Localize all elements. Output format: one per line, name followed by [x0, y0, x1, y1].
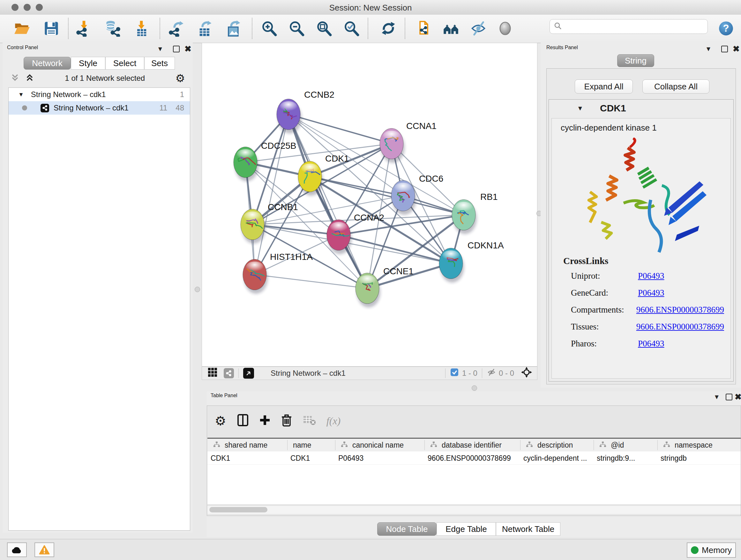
- crosslink-link[interactable]: 9606.ENSP00000378699: [636, 322, 724, 332]
- results-panel-close-icon[interactable]: ✖: [733, 45, 740, 53]
- column-divider[interactable]: [657, 440, 658, 450]
- column-header-3[interactable]: database identifier: [430, 439, 520, 451]
- protein-node-ccna1[interactable]: CCNA1: [380, 121, 436, 163]
- left-divider-handle[interactable]: [195, 287, 200, 292]
- protein-node-cdkn1a[interactable]: CDKN1A: [439, 240, 504, 283]
- column-divider[interactable]: [287, 440, 287, 450]
- table-cell[interactable]: stringdb:9...: [597, 454, 656, 462]
- help-icon[interactable]: ?: [718, 20, 735, 37]
- network-canvas[interactable]: CCNB2CCNA1CDC25BCDK1CDC6RB1CCNB1CCNA2CDK…: [202, 43, 537, 367]
- protein-node-ccne1[interactable]: CCNE1: [355, 266, 414, 307]
- open-session-icon[interactable]: [13, 20, 30, 37]
- import-network-icon[interactable]: [75, 20, 92, 37]
- tab-node-table[interactable]: Node Table: [377, 522, 436, 536]
- collection-expand-caret[interactable]: ▼: [18, 91, 24, 98]
- protein-node-cdc25b[interactable]: CDC25B: [233, 141, 296, 181]
- zoom-in-icon[interactable]: [260, 20, 278, 37]
- import-table-icon[interactable]: [133, 20, 150, 37]
- control-panel-close-icon[interactable]: ✖: [185, 45, 192, 53]
- column-divider[interactable]: [335, 440, 335, 450]
- tab-string[interactable]: String: [617, 54, 654, 67]
- network-row[interactable]: String Network – cdk1 11 48: [9, 101, 190, 115]
- tab-network-table[interactable]: Network Table: [496, 522, 560, 536]
- string-document-icon[interactable]: [415, 20, 432, 37]
- table-cell[interactable]: cyclin-dependent ...: [523, 454, 592, 462]
- network-options-gear-icon[interactable]: ⚙: [176, 72, 185, 84]
- delete-column-icon[interactable]: [281, 414, 292, 428]
- show-panels-eye-icon[interactable]: [496, 20, 514, 37]
- table-cell[interactable]: CDK1: [290, 454, 334, 462]
- results-panel-menu-caret[interactable]: ▼: [705, 45, 712, 53]
- table-horizontal-scrollbar[interactable]: [207, 505, 741, 514]
- save-session-icon[interactable]: [43, 20, 60, 37]
- column-header-5[interactable]: @id: [599, 439, 657, 451]
- tab-style[interactable]: Style: [71, 57, 105, 70]
- search-box[interactable]: [549, 19, 708, 34]
- export-table-icon[interactable]: [197, 20, 214, 37]
- zoom-fit-icon[interactable]: [315, 20, 333, 37]
- import-database-icon[interactable]: [104, 20, 121, 37]
- expand-all-networks-icon[interactable]: [25, 73, 35, 84]
- zoom-selected-icon[interactable]: [343, 20, 360, 37]
- fit-selected-crosshair-icon[interactable]: [521, 367, 532, 380]
- export-image-icon[interactable]: [225, 20, 243, 37]
- show-columns-icon[interactable]: [237, 414, 249, 428]
- birdseye-view-icon[interactable]: [243, 368, 254, 379]
- add-column-icon[interactable]: [259, 415, 270, 427]
- crosslink-link[interactable]: P06493: [638, 271, 664, 281]
- protein-node-rb1[interactable]: RB1: [452, 192, 497, 234]
- column-header-0[interactable]: shared name: [213, 439, 286, 451]
- column-divider[interactable]: [424, 440, 425, 450]
- table-panel-menu-caret[interactable]: ▼: [714, 393, 720, 401]
- bottom-divider-handle[interactable]: [472, 385, 477, 391]
- table-options-gear-icon[interactable]: ⚙: [215, 414, 226, 428]
- control-panel-menu-caret[interactable]: ▼: [157, 45, 163, 53]
- cloud-button[interactable]: [7, 543, 27, 557]
- delete-table-icon[interactable]: [303, 415, 316, 427]
- crosslink-link[interactable]: 9606.ENSP00000378699: [636, 305, 724, 315]
- edge-ccnb2-hist1h1a[interactable]: [255, 114, 288, 274]
- table-cell[interactable]: stringdb: [661, 454, 739, 462]
- refresh-icon[interactable]: [380, 20, 397, 37]
- warnings-button[interactable]: [35, 543, 54, 557]
- tab-edge-table[interactable]: Edge Table: [436, 522, 496, 536]
- protein-node-cdk1[interactable]: CDK1: [298, 153, 349, 196]
- home-networks-icon[interactable]: [442, 20, 460, 37]
- column-divider[interactable]: [594, 440, 594, 450]
- collapse-all-networks-icon[interactable]: [10, 73, 20, 84]
- edge-ccnb2-ccne1[interactable]: [288, 114, 367, 288]
- crosslink-link[interactable]: P06493: [638, 288, 664, 298]
- column-header-2[interactable]: canonical name: [341, 439, 424, 451]
- column-header-1[interactable]: name: [293, 439, 334, 451]
- zoom-out-icon[interactable]: [288, 20, 305, 37]
- search-input[interactable]: [562, 22, 697, 31]
- edge-ccne1-hist1h1a[interactable]: [255, 274, 367, 288]
- table-panel-float-icon[interactable]: [726, 394, 732, 400]
- table-cell[interactable]: P06493: [338, 454, 423, 462]
- network-share-icon[interactable]: [224, 368, 234, 378]
- network-graph[interactable]: CCNB2CCNA1CDC25BCDK1CDC6RB1CCNB1CCNA2CDK…: [202, 43, 537, 366]
- table-cell[interactable]: 9606.ENSP00000378699: [428, 454, 519, 462]
- results-panel-float-icon[interactable]: [721, 46, 728, 52]
- table-panel-close-icon[interactable]: ✖: [735, 393, 741, 401]
- hide-panels-eye-icon[interactable]: [470, 20, 487, 37]
- tab-select[interactable]: Select: [105, 57, 144, 70]
- collapse-all-button[interactable]: Collapse All: [643, 79, 710, 94]
- grid-view-icon[interactable]: [208, 368, 217, 379]
- hidden-eye-slash-icon[interactable]: [487, 368, 496, 379]
- gene-entry-caret[interactable]: ▼: [577, 105, 583, 112]
- crosslink-link[interactable]: P06493: [638, 339, 664, 349]
- column-divider[interactable]: [520, 440, 521, 450]
- network-collection-row[interactable]: ▼ String Network – cdk1 1: [9, 88, 190, 101]
- memory-button[interactable]: Memory: [687, 543, 736, 558]
- function-builder-icon[interactable]: f(x): [327, 415, 340, 427]
- scrollbar-thumb[interactable]: [209, 507, 267, 512]
- column-header-4[interactable]: description: [526, 439, 593, 451]
- expand-all-button[interactable]: Expand All: [575, 79, 633, 94]
- control-panel-float-icon[interactable]: [173, 46, 180, 52]
- selected-checkbox-icon[interactable]: [450, 368, 459, 379]
- table-row[interactable]: CDK1CDK1P064939606.ENSP00000378699cyclin…: [207, 451, 741, 464]
- tab-network[interactable]: Network: [23, 57, 71, 70]
- tab-sets[interactable]: Sets: [144, 57, 175, 70]
- column-header-6[interactable]: namespace: [663, 439, 740, 451]
